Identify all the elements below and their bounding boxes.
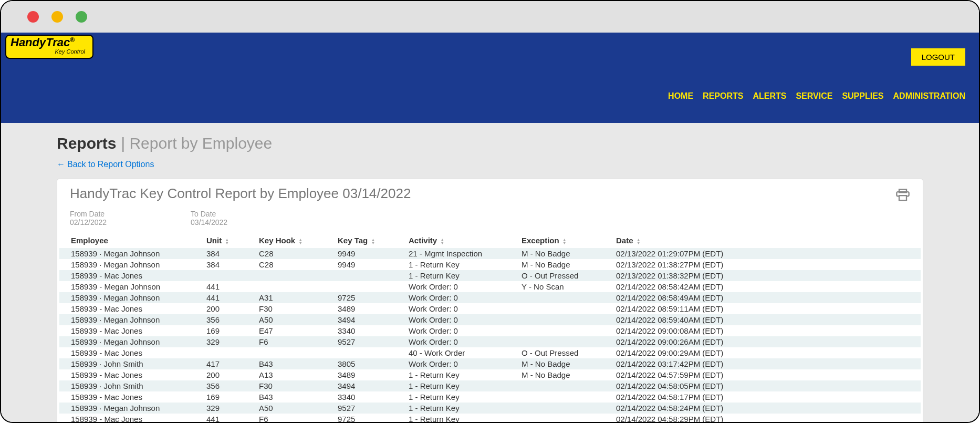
cell: 02/14/2022 04:57:59PM (EDT) <box>611 369 921 380</box>
nav-alerts[interactable]: ALERTS <box>753 91 786 101</box>
cell: A50 <box>254 314 332 325</box>
cell: 02/14/2022 09:00:29AM (EDT) <box>611 347 921 358</box>
logo: HandyTrac® Key Control <box>5 35 93 59</box>
cell <box>516 336 611 347</box>
cell: E47 <box>254 325 332 336</box>
cell: 356 <box>201 314 254 325</box>
cell: 158939 · Megan Johnson <box>59 259 201 270</box>
page-title: Reports | Report by Employee <box>57 135 923 152</box>
to-date-block: To Date 03/14/2022 <box>191 210 227 226</box>
cell: 02/14/2022 08:58:42AM (EDT) <box>611 281 921 292</box>
browser-window: HandyTrac® Key Control LOGOUT HOME REPOR… <box>0 0 980 423</box>
cell: Y - No Scan <box>516 281 611 292</box>
cell: 158939 · John Smith <box>59 380 201 391</box>
cell: 02/14/2022 08:59:11AM (EDT) <box>611 303 921 314</box>
sort-icon: ▲▼ <box>440 238 444 244</box>
window-titlebar <box>1 1 979 33</box>
cell: Work Order: 0 <box>403 336 516 347</box>
col-unit[interactable]: Unit ▲▼ <box>201 233 254 248</box>
cell <box>254 270 332 281</box>
cell: A50 <box>254 403 332 414</box>
table-row: 158939 - Megan Johnson441Work Order: 0Y … <box>59 281 921 292</box>
col-activity[interactable]: Activity ▲▼ <box>403 233 516 248</box>
cell <box>516 325 611 336</box>
cell: 9725 <box>332 414 403 422</box>
cell: F6 <box>254 414 332 422</box>
from-date-block: From Date 02/12/2022 <box>70 210 107 226</box>
cell: 9527 <box>332 336 403 347</box>
cell: 02/13/2022 01:38:27PM (EDT) <box>611 259 921 270</box>
col-exception[interactable]: Exception ▲▼ <box>516 233 611 248</box>
cell: 1 - Return Key <box>403 369 516 380</box>
cell: 3494 <box>332 380 403 391</box>
cell <box>201 347 254 358</box>
cell <box>332 347 403 358</box>
cell: 158939 · Megan Johnson <box>59 403 201 414</box>
cell: 441 <box>201 292 254 303</box>
cell: 441 <box>201 414 254 422</box>
maximize-window-icon[interactable] <box>76 11 87 23</box>
col-employee[interactable]: Employee <box>59 233 201 248</box>
cell: 02/14/2022 04:58:29PM (EDT) <box>611 414 921 422</box>
arrow-left-icon: ← <box>57 160 65 169</box>
report-title: HandyTrac Key Control Report by Employee… <box>70 185 411 202</box>
logo-sub-text: Key Control <box>11 48 85 55</box>
cell: 158939 - Mac Jones <box>59 347 201 358</box>
cell: O - Out Pressed <box>516 347 611 358</box>
page-header: Reports | Report by Employee ← Back to R… <box>1 123 979 174</box>
cell: 02/13/2022 01:29:07PM (EDT) <box>611 248 921 259</box>
cell: M - No Badge <box>516 369 611 380</box>
cell: 356 <box>201 380 254 391</box>
cell: 02/14/2022 04:58:17PM (EDT) <box>611 391 921 403</box>
cell: Work Order: 0 <box>403 292 516 303</box>
to-date-label: To Date <box>191 210 227 218</box>
cell: 1 - Return Key <box>403 259 516 270</box>
cell: 3494 <box>332 314 403 325</box>
cell: 02/14/2022 04:58:24PM (EDT) <box>611 403 921 414</box>
cell: 200 <box>201 369 254 380</box>
cell <box>516 292 611 303</box>
minimize-window-icon[interactable] <box>51 11 63 23</box>
cell: 441 <box>201 281 254 292</box>
cell: 3340 <box>332 325 403 336</box>
table-row: 158939 - Mac Jones200A1334891 - Return K… <box>59 369 921 380</box>
col-keyhook[interactable]: Key Hook ▲▼ <box>254 233 332 248</box>
cell: 1 - Return Key <box>403 380 516 391</box>
cell: 40 - Work Order <box>403 347 516 358</box>
cell <box>254 347 332 358</box>
nav-supplies[interactable]: SUPPLIES <box>842 91 883 101</box>
cell <box>332 281 403 292</box>
back-link[interactable]: ← Back to Report Options <box>57 160 154 169</box>
cell: Work Order: 0 <box>403 314 516 325</box>
cell: 02/14/2022 08:58:49AM (EDT) <box>611 292 921 303</box>
table-row: 158939 · Megan Johnson384C2899491 - Retu… <box>59 259 921 270</box>
logout-button[interactable]: LOGOUT <box>911 48 965 66</box>
nav-service[interactable]: SERVICE <box>796 91 832 101</box>
cell: 417 <box>201 358 254 369</box>
table-row: 158939 - Mac Jones441F697251 - Return Ke… <box>59 414 921 422</box>
cell: 3805 <box>332 358 403 369</box>
print-icon[interactable] <box>895 188 910 204</box>
nav-home[interactable]: HOME <box>668 91 693 101</box>
table-row: 158939 · Megan Johnson384C28994921 - Mgm… <box>59 248 921 259</box>
col-date[interactable]: Date ▲▼ <box>611 233 921 248</box>
main-nav: HOME REPORTS ALERTS SERVICE SUPPLIES ADM… <box>668 91 965 101</box>
cell <box>516 391 611 403</box>
cell: 158939 · Megan Johnson <box>59 336 201 347</box>
cell: 02/14/2022 03:17:42PM (EDT) <box>611 358 921 369</box>
nav-administration[interactable]: ADMINISTRATION <box>893 91 965 101</box>
svg-rect-1 <box>899 195 906 200</box>
cell <box>516 414 611 422</box>
nav-reports[interactable]: REPORTS <box>703 91 743 101</box>
cell: 02/14/2022 09:00:08AM (EDT) <box>611 325 921 336</box>
cell: 9527 <box>332 403 403 414</box>
cell: F6 <box>254 336 332 347</box>
cell: 9725 <box>332 292 403 303</box>
report-card: HandyTrac Key Control Report by Employee… <box>57 179 923 422</box>
close-window-icon[interactable] <box>27 11 39 23</box>
cell <box>332 270 403 281</box>
cell <box>516 314 611 325</box>
cell: 9949 <box>332 248 403 259</box>
col-keytag[interactable]: Key Tag ▲▼ <box>332 233 403 248</box>
cell: 1 - Return Key <box>403 391 516 403</box>
